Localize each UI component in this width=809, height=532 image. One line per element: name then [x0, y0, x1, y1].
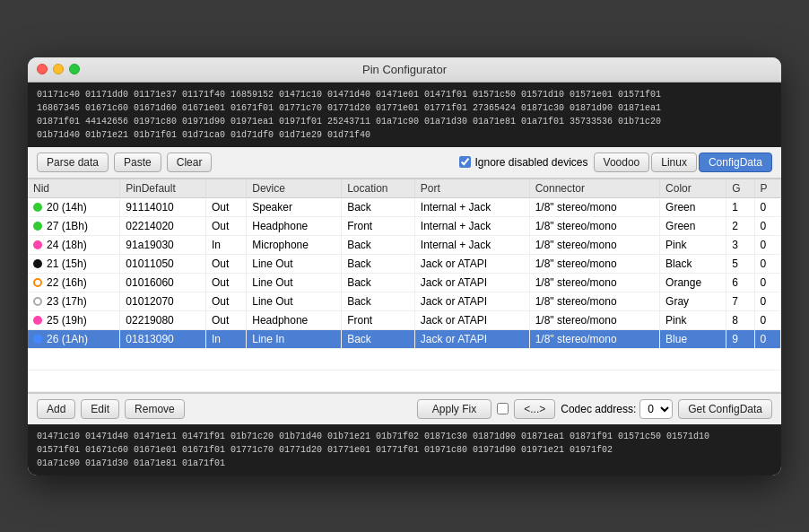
cell-p: 0 [754, 216, 780, 235]
table-row[interactable]: 23 (17h) 01012070 Out Line Out Back Jack… [28, 292, 781, 310]
cell-nid: 25 (19h) [28, 310, 120, 329]
cell-location: Back [342, 329, 415, 348]
cell-pin: 02219080 [120, 310, 206, 329]
nid-value: 25 (19h) [47, 314, 87, 327]
hex-bottom-line1: 01471c10 01471d40 01471e11 01471f91 01b7… [37, 430, 772, 443]
cell-dir: Out [206, 216, 247, 235]
cell-pin: 01012070 [120, 292, 206, 310]
ignore-disabled-group: Ignore disabled devices [459, 156, 587, 169]
cell-dir: In [206, 235, 247, 254]
cell-device: Line In [247, 329, 342, 348]
tab-configdata[interactable]: ConfigData [699, 153, 772, 172]
hex-top-line3: 01871f01 44142656 01971c80 01971d90 0197… [37, 115, 772, 128]
cell-g: 5 [726, 254, 754, 273]
minimize-button[interactable] [53, 64, 64, 74]
col-location: Location [342, 179, 415, 198]
nid-value: 22 (16h) [47, 276, 87, 289]
nid-value: 20 (14h) [47, 201, 87, 214]
hex-top-line1: 01171c40 01171dd0 01171e37 01171f40 1685… [37, 88, 772, 101]
cell-connector: 1/8" stereo/mono [529, 273, 659, 292]
empty-row [28, 348, 781, 370]
cell-color: Blue [660, 329, 726, 348]
ignore-disabled-checkbox[interactable] [459, 156, 471, 168]
cell-nid: 20 (14h) [28, 197, 120, 216]
cell-p: 0 [754, 329, 780, 348]
hex-bottom-line2: 01571f01 01671c60 01671e01 01671f01 0177… [37, 443, 772, 457]
table-row[interactable]: 24 (18h) 91a19030 In Microphone Back Int… [28, 235, 781, 254]
cell-g: 7 [726, 292, 754, 310]
table-container[interactable]: Nid PinDefault Device Location Port Conn… [28, 179, 781, 393]
pin-table: Nid PinDefault Device Location Port Conn… [28, 179, 781, 392]
paste-button[interactable]: Paste [114, 153, 161, 172]
cell-color: Black [660, 254, 726, 273]
main-window: Pin Configurator 01171c40 01171dd0 01171… [28, 57, 781, 475]
cell-device: Headphone [247, 310, 342, 329]
cell-nid: 21 (15h) [28, 254, 120, 273]
cell-device: Microphone [247, 235, 342, 254]
cell-nid: 24 (18h) [28, 235, 120, 254]
get-configdata-button[interactable]: Get ConfigData [678, 399, 772, 419]
pin-dot [33, 297, 42, 306]
cell-dir: Out [206, 292, 247, 310]
pin-dot [33, 203, 42, 212]
cell-location: Back [342, 254, 415, 273]
cell-location: Back [342, 292, 415, 310]
col-device: Device [247, 179, 342, 198]
clear-button[interactable]: Clear [167, 153, 213, 172]
parse-data-button[interactable]: Parse data [37, 153, 109, 172]
titlebar: Pin Configurator [28, 57, 781, 83]
cell-nid: 23 (17h) [28, 292, 120, 310]
cell-p: 0 [754, 235, 780, 254]
table-row[interactable]: 20 (14h) 91114010 Out Speaker Back Inter… [28, 197, 781, 216]
apply-fix-button[interactable]: Apply Fix [417, 399, 491, 419]
cell-dir: Out [206, 254, 247, 273]
cell-dir: Out [206, 197, 247, 216]
cell-connector: 1/8" stereo/mono [529, 310, 659, 329]
cell-dir: Out [206, 310, 247, 329]
cell-connector: 1/8" stereo/mono [529, 216, 659, 235]
table-row[interactable]: 21 (15h) 01011050 Out Line Out Back Jack… [28, 254, 781, 273]
remove-button[interactable]: Remove [125, 399, 185, 419]
cell-port: Jack or ATAPI [414, 329, 529, 348]
cell-port: Jack or ATAPI [414, 254, 529, 273]
cell-color: Green [660, 197, 726, 216]
dots-button[interactable]: <...> [514, 399, 555, 419]
add-button[interactable]: Add [37, 399, 75, 419]
tab-voodoo[interactable]: Voodoo [594, 153, 650, 172]
cell-location: Back [342, 235, 415, 254]
cell-pin: 01011050 [120, 254, 206, 273]
tab-linux[interactable]: Linux [651, 153, 697, 172]
table-row[interactable]: 25 (19h) 02219080 Out Headphone Front Ja… [28, 310, 781, 329]
edit-button[interactable]: Edit [81, 399, 119, 419]
cell-device: Headphone [247, 216, 342, 235]
maximize-button[interactable] [69, 64, 80, 74]
cell-g: 8 [726, 310, 754, 329]
cell-nid: 22 (16h) [28, 273, 120, 292]
table-row[interactable]: 26 (1Ah) 01813090 In Line In Back Jack o… [28, 329, 781, 348]
table-row[interactable]: 22 (16h) 01016060 Out Line Out Back Jack… [28, 273, 781, 292]
cell-color: Gray [660, 292, 726, 310]
cell-port: Internal + Jack [414, 197, 529, 216]
pin-dot [33, 278, 42, 287]
col-g: G [726, 179, 754, 198]
ignore-disabled-label: Ignore disabled devices [474, 156, 587, 169]
cell-g: 6 [726, 273, 754, 292]
table-row[interactable]: 27 (1Bh) 02214020 Out Headphone Front In… [28, 216, 781, 235]
apply-fix-checkbox[interactable] [497, 403, 509, 414]
codec-group: Codec address: 0 1 2 [561, 399, 673, 419]
empty-row [28, 370, 781, 391]
cell-location: Back [342, 197, 415, 216]
cell-color: Orange [660, 273, 726, 292]
bottom-toolbar: Add Edit Remove Apply Fix <...> Codec ad… [28, 393, 781, 424]
cell-p: 0 [754, 310, 780, 329]
cell-nid: 26 (1Ah) [28, 329, 120, 348]
cell-p: 0 [754, 254, 780, 273]
cell-device: Speaker [247, 197, 342, 216]
codec-address-select[interactable]: 0 1 2 [639, 399, 673, 419]
cell-port: Internal + Jack [414, 216, 529, 235]
cell-pin: 91114010 [120, 197, 206, 216]
cell-color: Pink [660, 235, 726, 254]
traffic-lights [37, 64, 80, 74]
close-button[interactable] [37, 64, 48, 74]
cell-nid: 27 (1Bh) [28, 216, 120, 235]
